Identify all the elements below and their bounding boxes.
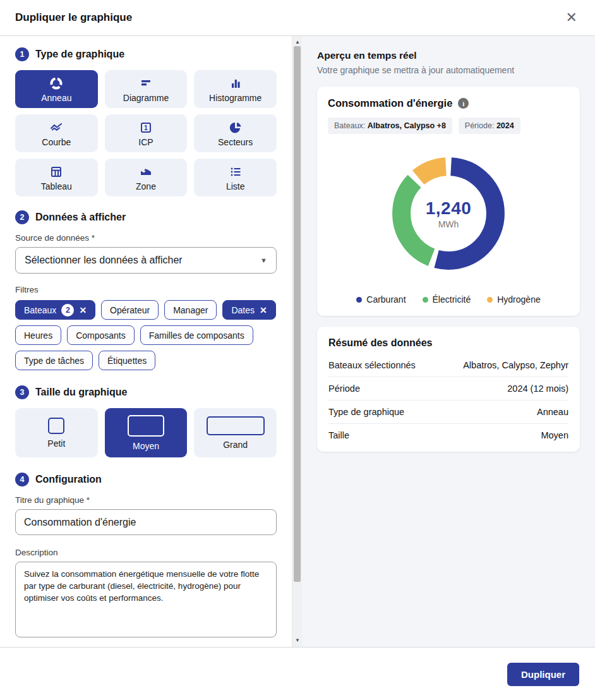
svg-text:1: 1 bbox=[144, 123, 148, 131]
donut-chart: 1,240 MWh bbox=[375, 140, 522, 287]
legend-label: Hydrogène bbox=[497, 294, 541, 305]
chart-type-tableau[interactable]: Tableau bbox=[15, 159, 98, 196]
chart-type-icp[interactable]: 1 ICP bbox=[105, 114, 188, 152]
chart-type-courbe[interactable]: Courbe bbox=[15, 114, 98, 152]
meta-chip-label: Période: bbox=[465, 121, 495, 130]
summary-label: Période bbox=[328, 383, 360, 394]
filter-chip-etiquettes[interactable]: Étiquettes bbox=[99, 351, 155, 370]
chart-legend: Carburant Électricité Hydrogène bbox=[328, 294, 569, 307]
chart-type-histogramme[interactable]: Histogramme bbox=[194, 70, 277, 108]
chart-type-label: Courbe bbox=[42, 137, 71, 147]
summary-row-taille: Taille Moyen bbox=[328, 424, 568, 447]
boats-meta-chip: Bateaux: Albatros, Calypso +8 bbox=[328, 118, 452, 134]
chart-type-label: Secteurs bbox=[218, 137, 253, 147]
chip-label: Étiquettes bbox=[107, 356, 147, 366]
section-title: Taille du graphique bbox=[35, 387, 128, 398]
legend-dot bbox=[487, 297, 493, 303]
list-icon bbox=[228, 164, 243, 179]
summary-value: 2024 (12 mois) bbox=[507, 383, 568, 394]
chart-type-label: Diagramme bbox=[123, 93, 169, 103]
filter-chips: Bateaux 2 ✕ Opérateur Manager Dates ✕ He… bbox=[15, 300, 277, 370]
filter-chip-composants[interactable]: Composants bbox=[67, 325, 135, 345]
chart-title-input[interactable] bbox=[15, 509, 277, 535]
chart-type-secteurs[interactable]: Secteurs bbox=[194, 114, 277, 152]
scrollbar-thumb[interactable] bbox=[294, 46, 301, 582]
section-title: Configuration bbox=[35, 474, 102, 485]
filters-label: Filtres bbox=[15, 285, 277, 294]
chip-label: Composants bbox=[76, 330, 126, 341]
filter-chip-type-taches[interactable]: Type de tâches bbox=[15, 351, 93, 370]
size-large-shape-icon bbox=[207, 416, 265, 435]
chart-type-diagramme[interactable]: Diagramme bbox=[105, 70, 188, 108]
summary-row-bateaux: Bateaux sélectionnés Albatros, Calypso, … bbox=[328, 354, 568, 377]
summary-row-periode: Période 2024 (12 mois) bbox=[328, 377, 568, 401]
size-label: Grand bbox=[223, 440, 248, 450]
summary-value: Moyen bbox=[541, 430, 568, 440]
chip-label: Heures bbox=[24, 330, 52, 341]
close-icon[interactable]: ✕ bbox=[563, 9, 580, 26]
column-chart-icon bbox=[228, 76, 243, 91]
chart-card-title: Consommation d'énergie bbox=[328, 97, 452, 109]
size-grand[interactable]: Grand bbox=[194, 408, 277, 457]
chevron-down-icon: ▼ bbox=[260, 256, 267, 264]
period-meta-chip: Période: 2024 bbox=[459, 118, 520, 134]
chip-label: Bateaux bbox=[24, 305, 56, 315]
chart-type-label: Anneau bbox=[41, 93, 71, 103]
scroll-up-arrow-icon[interactable]: ▲ bbox=[292, 37, 303, 46]
chart-type-liste[interactable]: Liste bbox=[194, 159, 277, 196]
filter-chip-bateaux[interactable]: Bateaux 2 ✕ bbox=[15, 300, 95, 320]
data-source-select[interactable]: Sélectionner les données à afficher ▼ bbox=[15, 247, 277, 274]
size-moyen[interactable]: Moyen bbox=[105, 408, 188, 457]
legend-label: Électricité bbox=[433, 294, 471, 305]
legend-dot bbox=[356, 297, 362, 303]
chart-type-label: Histogramme bbox=[209, 93, 261, 103]
line-chart-icon bbox=[49, 120, 64, 135]
filter-count-badge: 2 bbox=[61, 304, 74, 317]
chart-type-zone[interactable]: Zone bbox=[105, 159, 188, 196]
description-label: Description bbox=[15, 548, 277, 557]
legend-label: Carburant bbox=[366, 294, 406, 305]
remove-filter-icon[interactable]: ✕ bbox=[79, 306, 87, 315]
filter-chip-operateur[interactable]: Opérateur bbox=[101, 300, 159, 320]
size-petit[interactable]: Petit bbox=[15, 408, 98, 457]
chart-type-anneau[interactable]: Anneau bbox=[15, 70, 98, 108]
filter-chip-heures[interactable]: Heures bbox=[15, 325, 61, 345]
meta-chip-value: 2024 bbox=[496, 121, 514, 130]
duplicate-button[interactable]: Dupliquer bbox=[507, 663, 579, 686]
data-source-label: Source de données * bbox=[15, 233, 277, 243]
filter-chip-familles[interactable]: Familles de composants bbox=[140, 325, 253, 345]
summary-label: Type de graphique bbox=[328, 407, 404, 417]
preview-pane: Aperçu en temps réel Votre graphique se … bbox=[302, 36, 595, 647]
remove-filter-icon[interactable]: ✕ bbox=[260, 306, 267, 315]
info-icon[interactable]: i bbox=[458, 98, 469, 109]
chip-label: Familles de composants bbox=[149, 330, 244, 341]
chart-type-label: Zone bbox=[136, 181, 156, 191]
filter-chip-manager[interactable]: Manager bbox=[164, 300, 217, 320]
size-label: Petit bbox=[47, 438, 65, 449]
chip-label: Manager bbox=[173, 305, 208, 315]
size-grid: Petit Moyen Grand bbox=[15, 408, 277, 457]
data-source-placeholder: Sélectionner les données à afficher bbox=[25, 255, 183, 266]
summary-title: Résumé des données bbox=[328, 337, 568, 349]
legend-item-hydrogene: Hydrogène bbox=[487, 294, 541, 305]
vertical-scrollbar[interactable]: ▲ ▼ bbox=[292, 36, 302, 647]
modal-body: 1 Type de graphique Anneau Diagramme bbox=[0, 36, 595, 647]
table-icon bbox=[49, 164, 64, 179]
step-number-badge: 2 bbox=[15, 210, 29, 224]
description-textarea[interactable]: Suivez la consommation énergétique mensu… bbox=[15, 562, 277, 637]
meta-chip-value: Albatros, Calypso +8 bbox=[368, 121, 446, 130]
modal-footer: Dupliquer bbox=[0, 647, 595, 700]
meta-chip-label: Bateaux: bbox=[334, 121, 365, 130]
pie-chart-icon bbox=[228, 120, 243, 135]
section-data-header: 2 Données à afficher bbox=[15, 210, 277, 224]
scroll-down-arrow-icon[interactable]: ▼ bbox=[292, 636, 303, 644]
chip-label: Opérateur bbox=[110, 305, 150, 315]
chart-title-label: Titre du graphique * bbox=[15, 495, 277, 505]
form-pane: 1 Type de graphique Anneau Diagramme bbox=[0, 36, 292, 647]
step-number-badge: 3 bbox=[15, 385, 29, 399]
preview-subtitle: Votre graphique se mettra à jour automat… bbox=[317, 65, 580, 75]
step-number-badge: 1 bbox=[15, 47, 29, 61]
section-config-header: 4 Configuration bbox=[15, 473, 277, 486]
chart-type-label: Liste bbox=[226, 181, 245, 191]
filter-chip-dates[interactable]: Dates ✕ bbox=[222, 300, 275, 320]
